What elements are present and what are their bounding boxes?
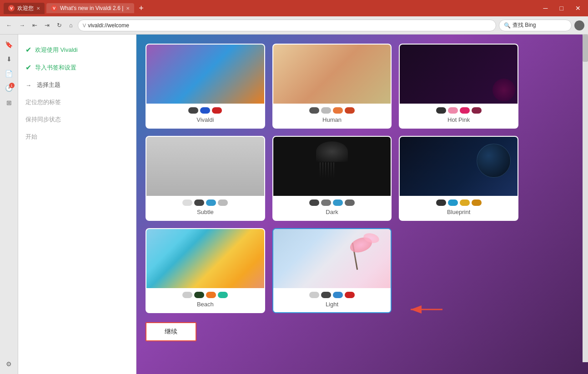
theme-dot bbox=[333, 199, 343, 206]
theme-dots-dark bbox=[309, 199, 355, 206]
sidebar-icon-panel: 🔖 ⬇ 📄 🕐 1 ⊞ ⚙ bbox=[0, 35, 18, 374]
sidebar-icon-bookmark[interactable]: 🔖 bbox=[3, 38, 15, 51]
theme-name-dark: Dark bbox=[326, 209, 338, 215]
theme-card-human[interactable]: Human bbox=[272, 44, 392, 129]
theme-name-beach: Beach bbox=[197, 301, 214, 308]
step-import-check: ✔ bbox=[25, 63, 31, 72]
back-button[interactable]: ← bbox=[4, 20, 14, 30]
theme-dot bbox=[472, 107, 482, 114]
scrollbar-track[interactable] bbox=[583, 35, 588, 362]
theme-dot bbox=[460, 199, 470, 206]
step-welcome[interactable]: ✔ 欢迎使用 Vivaldi bbox=[25, 44, 129, 56]
theme-name-human: Human bbox=[322, 116, 342, 123]
theme-bottom-light: Light bbox=[273, 288, 391, 312]
reload-button[interactable]: ↻ bbox=[55, 20, 64, 30]
close-button[interactable]: ✕ bbox=[572, 4, 584, 13]
theme-bottom-dark: Dark bbox=[273, 196, 391, 220]
tab-whats-new-close[interactable]: ✕ bbox=[126, 6, 130, 11]
theme-dot bbox=[460, 107, 470, 114]
tab-welcome-close[interactable]: ✕ bbox=[36, 6, 40, 11]
theme-dots-vivaldi bbox=[188, 107, 222, 114]
history-badge: 1 bbox=[9, 83, 15, 88]
step-import-label: 导入书签和设置 bbox=[35, 64, 76, 72]
continue-row: 继续 bbox=[146, 322, 579, 341]
theme-preview-blueprint bbox=[400, 137, 518, 196]
theme-card-dark[interactable]: Dark bbox=[272, 136, 392, 221]
theme-dots-hotpink bbox=[436, 107, 482, 114]
theme-dot bbox=[309, 107, 319, 114]
theme-dot bbox=[448, 107, 458, 114]
home-button[interactable]: ⌂ bbox=[67, 20, 75, 30]
theme-dot bbox=[218, 199, 228, 206]
theme-preview-subtle bbox=[146, 137, 264, 196]
theme-dot bbox=[194, 199, 204, 206]
content-area: Vivaldi Human Hot Pink Subtle bbox=[136, 35, 588, 374]
theme-dot bbox=[333, 292, 343, 298]
step-import[interactable]: ✔ 导入书签和设置 bbox=[25, 61, 129, 74]
theme-name-subtle: Subtle bbox=[197, 209, 214, 215]
addressbar: ← → ⇤ ⇥ ↻ ⌂ V vivaldi://welcome 🔍 查找 Bin… bbox=[0, 16, 588, 35]
theme-name-blueprint: Blueprint bbox=[447, 209, 470, 215]
theme-dot bbox=[448, 199, 458, 206]
theme-bottom-hotpink: Hot Pink bbox=[400, 104, 518, 128]
tab-welcome[interactable]: V 欢迎您 ✕ bbox=[4, 3, 45, 14]
theme-dot bbox=[309, 292, 319, 298]
sidebar-icon-notes[interactable]: 📄 bbox=[3, 67, 15, 80]
theme-bottom-human: Human bbox=[273, 104, 391, 128]
theme-card-subtle[interactable]: Subtle bbox=[146, 136, 265, 221]
sidebar-icon-extensions[interactable]: ⊞ bbox=[3, 96, 15, 109]
setup-steps-panel: ✔ 欢迎使用 Vivaldi ✔ 导入书签和设置 选择主题 定位您的标签 保持同… bbox=[18, 35, 136, 374]
theme-dots-blueprint bbox=[436, 199, 482, 206]
theme-dots-light bbox=[309, 292, 355, 298]
step-tabs[interactable]: 定位您的标签 bbox=[25, 96, 129, 108]
continue-button[interactable]: 继续 bbox=[146, 322, 196, 341]
scrollbar-thumb[interactable] bbox=[583, 35, 588, 62]
step-theme-label: 选择主题 bbox=[37, 81, 60, 89]
step-start[interactable]: 开始 bbox=[25, 131, 129, 143]
address-text: vivaldi://welcome bbox=[88, 22, 129, 29]
sidebar-icon-history[interactable]: 🕐 1 bbox=[3, 82, 15, 95]
theme-preview-human bbox=[273, 45, 391, 104]
step-tabs-label: 定位您的标签 bbox=[25, 98, 61, 106]
minimize-button[interactable]: ─ bbox=[540, 4, 552, 13]
sidebar-icon-settings[interactable]: ⚙ bbox=[3, 358, 15, 370]
last-page-button[interactable]: ⇥ bbox=[42, 20, 52, 30]
first-page-button[interactable]: ⇤ bbox=[30, 20, 40, 30]
maximize-button[interactable]: □ bbox=[556, 4, 567, 13]
theme-dot bbox=[212, 107, 222, 114]
theme-preview-light bbox=[273, 229, 391, 288]
sidebar-icon-download[interactable]: ⬇ bbox=[3, 53, 15, 65]
theme-card-vivaldi[interactable]: Vivaldi bbox=[146, 44, 265, 129]
theme-card-hotpink[interactable]: Hot Pink bbox=[399, 44, 518, 129]
theme-card-light[interactable]: Light bbox=[272, 228, 392, 313]
address-bar[interactable]: V vivaldi://welcome bbox=[78, 20, 496, 31]
step-theme[interactable]: 选择主题 bbox=[25, 79, 129, 91]
theme-preview-beach bbox=[146, 229, 264, 288]
theme-dot bbox=[345, 292, 355, 298]
forward-button[interactable]: → bbox=[17, 20, 27, 30]
tab-whats-new[interactable]: V What's new in Vivaldi 2.6 | ✕ bbox=[46, 3, 134, 13]
search-icon: 🔍 bbox=[504, 22, 511, 29]
theme-dot bbox=[321, 107, 331, 114]
add-tab-button[interactable]: + bbox=[136, 4, 146, 13]
search-box[interactable]: 🔍 查找 Bing bbox=[499, 20, 572, 31]
theme-name-vivaldi: Vivaldi bbox=[196, 116, 214, 123]
step-sync[interactable]: 保持同步状态 bbox=[25, 114, 129, 125]
theme-bottom-vivaldi: Vivaldi bbox=[146, 104, 264, 128]
theme-grid: Vivaldi Human Hot Pink Subtle bbox=[146, 44, 518, 313]
theme-card-blueprint[interactable]: Blueprint bbox=[399, 136, 518, 221]
main-layout: 🔖 ⬇ 📄 🕐 1 ⊞ ⚙ ✔ 欢迎使用 Vivaldi ✔ 导入书签和设置 选… bbox=[0, 35, 588, 374]
step-welcome-check: ✔ bbox=[25, 45, 31, 54]
step-welcome-label: 欢迎使用 Vivaldi bbox=[35, 46, 78, 54]
theme-dot bbox=[218, 292, 228, 298]
theme-name-light: Light bbox=[326, 301, 338, 308]
theme-bottom-beach: Beach bbox=[146, 288, 264, 312]
arrow-annotation bbox=[406, 300, 447, 320]
user-avatar[interactable] bbox=[574, 20, 584, 30]
theme-dot bbox=[472, 199, 482, 206]
theme-preview-hotpink bbox=[400, 45, 518, 104]
theme-dot bbox=[436, 199, 446, 206]
theme-card-beach[interactable]: Beach bbox=[146, 228, 265, 313]
theme-preview-vivaldi bbox=[146, 45, 264, 104]
address-vivaldi-icon: V bbox=[83, 23, 86, 28]
